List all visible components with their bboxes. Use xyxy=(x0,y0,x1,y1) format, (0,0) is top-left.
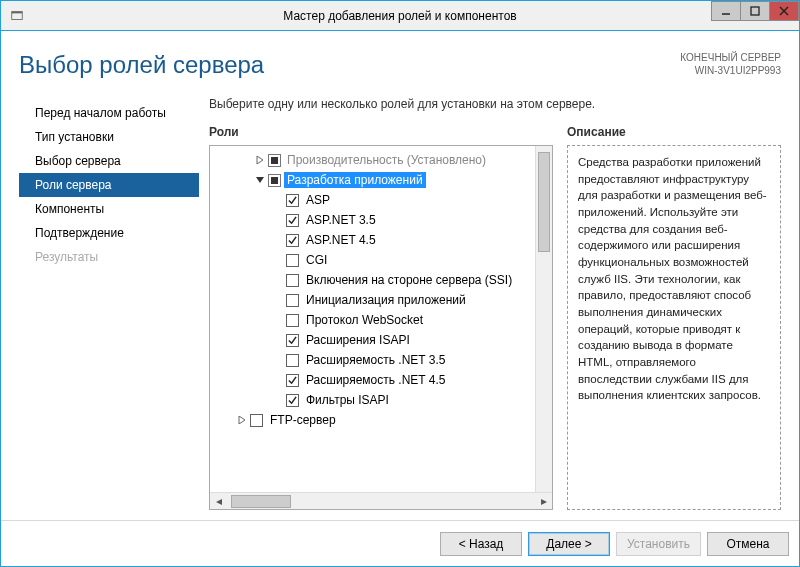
wizard-window: Мастер добавления ролей и компонентов Вы… xyxy=(0,0,800,567)
tree-row[interactable]: Расширения ISAPI xyxy=(210,330,552,350)
wizard-nav: Перед началом работыТип установкиВыбор с… xyxy=(19,97,199,510)
tree-row[interactable]: Протокол WebSocket xyxy=(210,310,552,330)
checkbox[interactable] xyxy=(250,414,263,427)
svg-rect-1 xyxy=(12,11,23,13)
tree-label[interactable]: Протокол WebSocket xyxy=(303,312,426,328)
tree-label[interactable]: Расширяемость .NET 4.5 xyxy=(303,372,448,388)
next-button[interactable]: Далее > xyxy=(528,532,610,556)
tree-viewport[interactable]: Производительность (Установлено)Разработ… xyxy=(210,146,552,492)
tree-label[interactable]: Включения на стороне сервера (SSI) xyxy=(303,272,515,288)
tree-label[interactable]: Разработка приложений xyxy=(284,172,426,188)
destination-server-info: КОНЕЧНЫЙ СЕРВЕР WIN-3V1UI2PP993 xyxy=(680,51,781,77)
maximize-button[interactable] xyxy=(740,1,770,21)
description-header: Описание xyxy=(567,125,781,139)
roles-tree[interactable]: Производительность (Установлено)Разработ… xyxy=(209,145,553,510)
scroll-right-button[interactable]: ▸ xyxy=(535,493,552,510)
tree-label[interactable]: ASP.NET 4.5 xyxy=(303,232,379,248)
tree-spacer xyxy=(272,194,284,206)
wizard-footer: < Назад Далее > Установить Отмена xyxy=(1,520,799,566)
tree-row[interactable]: FTP-сервер xyxy=(210,410,552,430)
tree-row[interactable]: Инициализация приложений xyxy=(210,290,552,310)
back-button[interactable]: < Назад xyxy=(440,532,522,556)
tree-row[interactable]: Включения на стороне сервера (SSI) xyxy=(210,270,552,290)
hscroll-thumb[interactable] xyxy=(231,495,291,508)
page-header: Выбор ролей сервера КОНЕЧНЫЙ СЕРВЕР WIN-… xyxy=(19,51,781,79)
cancel-button[interactable]: Отмена xyxy=(707,532,789,556)
tree-row[interactable]: Фильтры ISAPI xyxy=(210,390,552,410)
tree-label[interactable]: Расширения ISAPI xyxy=(303,332,413,348)
tree-label[interactable]: Фильтры ISAPI xyxy=(303,392,392,408)
tree-spacer xyxy=(272,334,284,346)
checkbox-indeterminate[interactable] xyxy=(268,154,281,167)
tree-label[interactable]: ASP xyxy=(303,192,333,208)
chevron-down-icon[interactable] xyxy=(254,174,266,186)
tree-row[interactable]: ASP.NET 3.5 xyxy=(210,210,552,230)
tree-row[interactable]: CGI xyxy=(210,250,552,270)
scroll-thumb[interactable] xyxy=(538,152,550,252)
content-area: Выбор ролей сервера КОНЕЧНЫЙ СЕРВЕР WIN-… xyxy=(1,31,799,566)
nav-step-3[interactable]: Роли сервера xyxy=(19,173,199,197)
tree-spacer xyxy=(272,214,284,226)
checkbox[interactable] xyxy=(286,194,299,207)
vertical-scrollbar[interactable] xyxy=(535,146,552,492)
columns: Роли Производительность (Установлено)Раз… xyxy=(209,125,781,510)
roles-header: Роли xyxy=(209,125,553,139)
nav-step-5[interactable]: Подтверждение xyxy=(19,221,199,245)
window-title: Мастер добавления ролей и компонентов xyxy=(1,9,799,23)
checkbox-indeterminate[interactable] xyxy=(268,174,281,187)
description-text: Средства разработки приложений предостав… xyxy=(567,145,781,510)
nav-step-0[interactable]: Перед началом работы xyxy=(19,101,199,125)
close-button[interactable] xyxy=(769,1,799,21)
tree-spacer xyxy=(272,234,284,246)
server-label: КОНЕЧНЫЙ СЕРВЕР xyxy=(680,51,781,64)
tree-label[interactable]: CGI xyxy=(303,252,330,268)
nav-step-1[interactable]: Тип установки xyxy=(19,125,199,149)
tree-spacer xyxy=(272,354,284,366)
minimize-button[interactable] xyxy=(711,1,741,21)
horizontal-scrollbar[interactable]: ◂ ▸ xyxy=(210,492,552,509)
checkbox[interactable] xyxy=(286,274,299,287)
titlebar[interactable]: Мастер добавления ролей и компонентов xyxy=(1,1,799,31)
main-area: Перед началом работыТип установкиВыбор с… xyxy=(19,97,781,510)
svg-rect-3 xyxy=(751,7,759,15)
server-name: WIN-3V1UI2PP993 xyxy=(680,64,781,77)
tree-label[interactable]: Производительность (Установлено) xyxy=(284,152,489,168)
scroll-left-button[interactable]: ◂ xyxy=(210,493,227,510)
checkbox[interactable] xyxy=(286,374,299,387)
tree-spacer xyxy=(272,254,284,266)
tree-row[interactable]: ASP xyxy=(210,190,552,210)
tree-row[interactable]: Разработка приложений xyxy=(210,170,552,190)
tree-row[interactable]: Производительность (Установлено) xyxy=(210,150,552,170)
nav-step-6: Результаты xyxy=(19,245,199,269)
tree-spacer xyxy=(272,314,284,326)
install-button: Установить xyxy=(616,532,701,556)
checkbox[interactable] xyxy=(286,254,299,267)
checkbox[interactable] xyxy=(286,294,299,307)
app-icon xyxy=(7,6,27,26)
tree-label[interactable]: ASP.NET 3.5 xyxy=(303,212,379,228)
checkbox[interactable] xyxy=(286,394,299,407)
tree-row[interactable]: Расширяемость .NET 4.5 xyxy=(210,370,552,390)
tree-label[interactable]: Расширяемость .NET 3.5 xyxy=(303,352,448,368)
main-body: Выберите одну или несколько ролей для ус… xyxy=(199,97,781,510)
page-title: Выбор ролей сервера xyxy=(19,51,781,79)
checkbox[interactable] xyxy=(286,334,299,347)
tree-label[interactable]: Инициализация приложений xyxy=(303,292,469,308)
window-controls xyxy=(712,1,799,21)
nav-step-4[interactable]: Компоненты xyxy=(19,197,199,221)
checkbox[interactable] xyxy=(286,314,299,327)
chevron-right-icon[interactable] xyxy=(236,414,248,426)
roles-column: Роли Производительность (Установлено)Раз… xyxy=(209,125,553,510)
nav-step-2[interactable]: Выбор сервера xyxy=(19,149,199,173)
tree-row[interactable]: Расширяемость .NET 3.5 xyxy=(210,350,552,370)
tree-spacer xyxy=(272,394,284,406)
checkbox[interactable] xyxy=(286,354,299,367)
tree-spacer xyxy=(272,274,284,286)
tree-spacer xyxy=(272,374,284,386)
chevron-right-icon[interactable] xyxy=(254,154,266,166)
checkbox[interactable] xyxy=(286,234,299,247)
instruction-text: Выберите одну или несколько ролей для ус… xyxy=(209,97,781,111)
tree-row[interactable]: ASP.NET 4.5 xyxy=(210,230,552,250)
checkbox[interactable] xyxy=(286,214,299,227)
tree-label[interactable]: FTP-сервер xyxy=(267,412,339,428)
